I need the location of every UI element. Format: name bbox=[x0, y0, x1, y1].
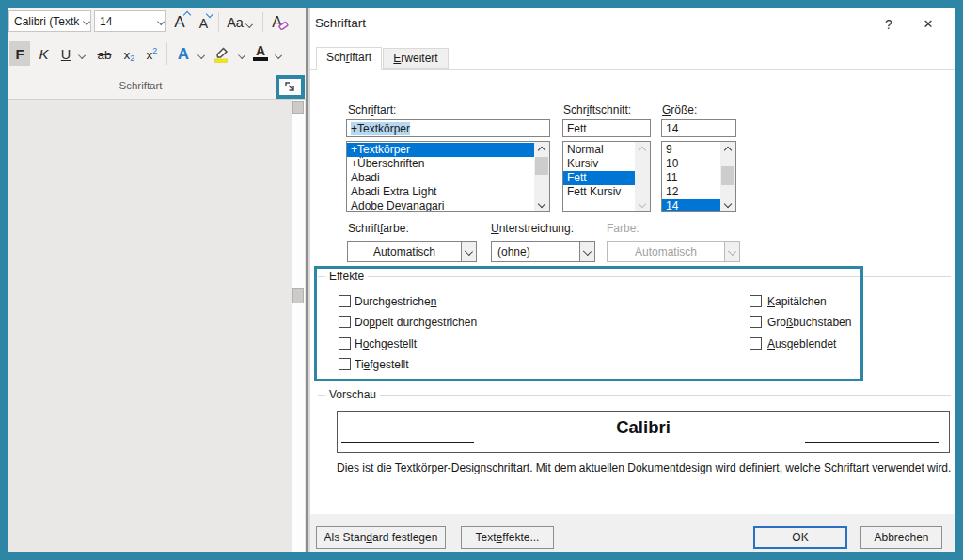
close-button[interactable]: ✕ bbox=[914, 14, 942, 35]
checkbox[interactable] bbox=[750, 337, 762, 350]
preview-rule-left bbox=[341, 442, 474, 443]
font-group-label: Schriftart bbox=[8, 80, 274, 91]
checkbox[interactable] bbox=[339, 295, 351, 307]
ribbon-font-group: Calibri (Textk 14 A A Aa A F K U ab x bbox=[8, 8, 307, 100]
list-item[interactable]: Abadi bbox=[347, 171, 534, 185]
list-item[interactable]: 12 bbox=[662, 185, 720, 199]
font-size-input[interactable]: 14 bbox=[661, 119, 736, 137]
scroll-down-icon[interactable] bbox=[534, 197, 549, 211]
superscript-icon: x bbox=[147, 44, 153, 66]
preview-sample-text: Calibri bbox=[338, 417, 949, 438]
text-effects-menu-button[interactable] bbox=[195, 41, 208, 66]
chevron-down-icon[interactable] bbox=[157, 18, 165, 25]
scrollbar-up-button[interactable] bbox=[292, 101, 304, 114]
font-name-input[interactable]: +Textkörper bbox=[346, 119, 550, 137]
list-item[interactable]: 9 bbox=[662, 143, 720, 157]
chevron-down-icon[interactable] bbox=[461, 242, 476, 261]
chevron-down-icon bbox=[275, 52, 282, 59]
dialog-launcher-button[interactable] bbox=[284, 81, 296, 93]
font-size-value: 14 bbox=[95, 15, 157, 28]
font-size-list[interactable]: 910111214 bbox=[661, 141, 736, 212]
list-item[interactable]: 14 bbox=[662, 199, 720, 211]
font-color-dropdown[interactable]: Automatisch bbox=[347, 241, 477, 262]
checkbox-label[interactable]: Durchgestrichen bbox=[355, 295, 436, 308]
list-item[interactable]: Kursiv bbox=[563, 157, 635, 171]
help-button[interactable]: ? bbox=[875, 14, 903, 35]
bold-button[interactable]: F bbox=[9, 41, 30, 66]
shrink-font-button[interactable]: A bbox=[194, 12, 213, 33]
list-item[interactable]: Fett bbox=[563, 171, 635, 185]
font-size-combobox[interactable]: 14 bbox=[94, 10, 166, 32]
checkbox-label[interactable]: Ausgeblendet bbox=[767, 337, 836, 350]
cancel-button[interactable]: Abbrechen bbox=[860, 526, 942, 549]
tab-label: Erweitert bbox=[393, 52, 437, 65]
italic-button[interactable]: K bbox=[34, 41, 54, 66]
font-style-input[interactable]: Fett bbox=[562, 119, 651, 137]
font-list[interactable]: +Textkörper+ÜberschriftenAbadiAbadi Extr… bbox=[346, 141, 550, 212]
underline-menu-button[interactable] bbox=[75, 41, 88, 66]
checkbox-label[interactable]: Doppelt durchgestrichen bbox=[355, 316, 477, 329]
font-style-input-value: Fett bbox=[563, 120, 650, 135]
button-label: OK bbox=[792, 531, 808, 544]
checkbox-label[interactable]: Hochgestellt bbox=[355, 337, 417, 350]
tab-erweitert[interactable]: Erweitert bbox=[383, 48, 449, 69]
highlight-button[interactable] bbox=[209, 41, 233, 66]
button-label: Texteffekte... bbox=[476, 531, 540, 544]
document-scrollbar[interactable] bbox=[292, 100, 305, 552]
ok-button[interactable]: OK bbox=[753, 526, 847, 549]
list-item[interactable]: Adobe Devanagari bbox=[347, 199, 534, 211]
text-effects-dialog-button[interactable]: Texteffekte... bbox=[461, 526, 554, 549]
font-size-list-scrollbar[interactable] bbox=[720, 142, 735, 211]
style-label: Schriftschnitt: bbox=[563, 103, 631, 117]
checkbox[interactable] bbox=[339, 337, 351, 350]
checkbox-label[interactable]: Tiefgestellt bbox=[355, 358, 409, 371]
subscript-button[interactable]: x 2 bbox=[119, 41, 139, 66]
strikethrough-icon: ab bbox=[97, 44, 111, 66]
underline-style-value: (ohne) bbox=[492, 242, 579, 261]
list-item[interactable]: +Textkörper bbox=[347, 143, 534, 157]
text-effects-button[interactable]: A bbox=[172, 41, 195, 66]
change-case-button[interactable]: Aa bbox=[224, 10, 256, 33]
grow-font-button[interactable]: A bbox=[168, 10, 191, 33]
checkbox-label[interactable]: Großbuchstaben bbox=[767, 316, 851, 329]
underline-style-dropdown[interactable]: (ohne) bbox=[491, 241, 595, 262]
list-item[interactable]: Abadi Extra Light bbox=[347, 185, 534, 199]
list-item[interactable]: Normal bbox=[563, 143, 635, 157]
tabstrip-divider bbox=[310, 69, 955, 70]
list-item[interactable]: 10 bbox=[662, 157, 720, 171]
list-item[interactable]: Fett Kursiv bbox=[563, 185, 635, 199]
checkbox[interactable] bbox=[750, 316, 762, 328]
set-default-button[interactable]: Als Standard festlegen bbox=[316, 526, 446, 549]
underline-color-value: Automatisch bbox=[608, 242, 724, 261]
font-color-button[interactable]: A bbox=[250, 41, 271, 66]
strikethrough-button[interactable]: ab bbox=[92, 41, 117, 66]
checkbox[interactable] bbox=[750, 295, 762, 307]
underline-icon: U bbox=[61, 43, 71, 66]
checkbox[interactable] bbox=[339, 358, 351, 370]
underline-button[interactable]: U bbox=[56, 41, 75, 66]
font-name-combobox[interactable]: Calibri (Textk bbox=[8, 10, 91, 32]
font-style-list[interactable]: NormalKursivFettFett Kursiv bbox=[562, 141, 651, 212]
checkbox[interactable] bbox=[339, 316, 351, 328]
scroll-up-icon[interactable] bbox=[534, 142, 549, 156]
scroll-down-icon[interactable] bbox=[720, 197, 735, 211]
scroll-up-icon[interactable] bbox=[720, 142, 735, 156]
superscript-button[interactable]: x 2 bbox=[142, 41, 162, 66]
preview-box: Calibri bbox=[337, 411, 950, 453]
list-item[interactable]: +Überschriften bbox=[347, 157, 534, 171]
checkbox-label[interactable]: Kapitälchen bbox=[767, 295, 827, 308]
eraser-icon bbox=[278, 20, 289, 30]
scrollbar-thumb[interactable] bbox=[721, 166, 734, 185]
list-item[interactable]: 11 bbox=[662, 171, 720, 185]
font-list-scrollbar[interactable] bbox=[534, 142, 549, 211]
scrollbar-thumb[interactable] bbox=[292, 288, 304, 303]
scrollbar-thumb[interactable] bbox=[535, 157, 548, 175]
highlight-menu-button[interactable] bbox=[235, 41, 248, 66]
tab-schriftart[interactable]: Schriftart bbox=[316, 47, 382, 70]
button-label: Abbrechen bbox=[874, 531, 928, 544]
clear-formatting-button[interactable]: A bbox=[268, 10, 292, 33]
subscript-small-digit: 2 bbox=[130, 51, 134, 66]
chevron-down-icon[interactable] bbox=[579, 242, 594, 261]
font-color-menu-button[interactable] bbox=[272, 41, 285, 66]
chevron-down-icon[interactable] bbox=[83, 18, 90, 25]
